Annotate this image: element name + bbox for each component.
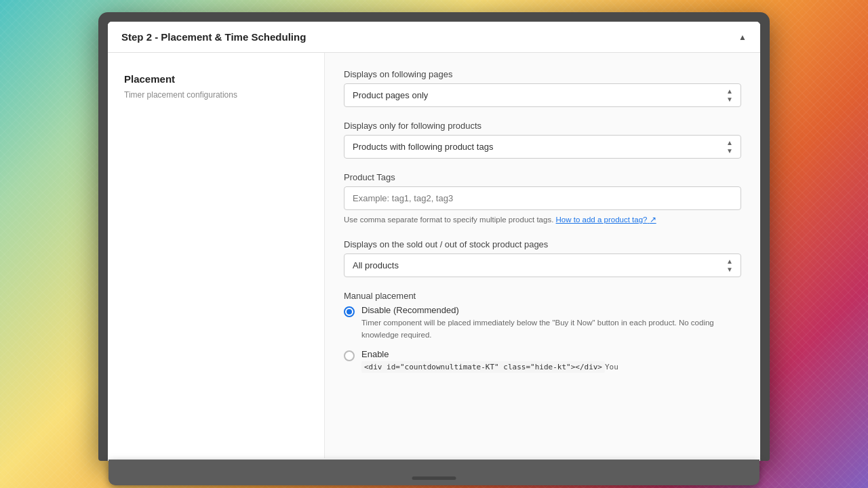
sidebar-section-desc: Timer placement configurations <box>124 90 308 100</box>
step-title: Step 2 - Placement & Time Scheduling <box>121 31 306 43</box>
radio-disable-label-group: Disable (Recommended) Timer component wi… <box>361 305 741 341</box>
sold-out-select[interactable]: All products No products Specific produc… <box>344 253 741 277</box>
code-snippet-line: <div id="countdownultimate-KT" class="hi… <box>361 361 618 373</box>
screen-content: Step 2 - Placement & Time Scheduling ▲ P… <box>108 22 760 461</box>
code-snippet-text: <div id="countdownultimate-KT" class="hi… <box>361 361 605 373</box>
laptop-screen: Step 2 - Placement & Time Scheduling ▲ P… <box>108 22 760 461</box>
form-area: Displays on following pages Product page… <box>325 53 760 458</box>
collapse-icon[interactable]: ▲ <box>738 33 747 42</box>
displays-on-select[interactable]: Product pages only All pages Home page o… <box>344 83 741 107</box>
sidebar-section-title: Placement <box>124 73 308 85</box>
manual-placement-group: Manual placement Disable (Recommended) T… <box>344 291 741 373</box>
placement-sidebar: Placement Timer placement configurations <box>108 53 325 458</box>
radio-disable-label: Disable (Recommended) <box>361 305 741 315</box>
displays-on-select-wrapper: Product pages only All pages Home page o… <box>344 83 741 107</box>
external-link-icon: ↗ <box>650 216 656 224</box>
radio-enable-item: Enable <div id="countdownultimate-KT" cl… <box>344 349 741 373</box>
radio-enable-input[interactable] <box>344 350 355 361</box>
manual-placement-label: Manual placement <box>344 291 741 301</box>
displays-on-group: Displays on following pages Product page… <box>344 69 741 107</box>
sold-out-group: Displays on the sold out / out of stock … <box>344 239 741 277</box>
displays-for-select[interactable]: Products with following product tags All… <box>344 135 741 159</box>
product-tags-help: Use comma separate format to specify mul… <box>344 214 741 226</box>
displays-for-select-wrapper: Products with following product tags All… <box>344 135 741 159</box>
code-suffix-text: You <box>605 363 618 371</box>
radio-disable-input[interactable] <box>344 306 355 317</box>
laptop-frame: Step 2 - Placement & Time Scheduling ▲ P… <box>98 12 770 461</box>
product-tags-input[interactable] <box>344 186 741 210</box>
product-tags-label: Product Tags <box>344 172 741 182</box>
displays-for-group: Displays only for following products Pro… <box>344 121 741 159</box>
sold-out-select-wrapper: All products No products Specific produc… <box>344 253 741 277</box>
main-layout: Placement Timer placement configurations… <box>108 53 760 458</box>
sold-out-label: Displays on the sold out / out of stock … <box>344 239 741 249</box>
add-product-tag-link[interactable]: How to add a product tag? ↗ <box>556 216 656 224</box>
radio-disable-item: Disable (Recommended) Timer component wi… <box>344 305 741 341</box>
product-tags-group: Product Tags Use comma separate format t… <box>344 172 741 226</box>
radio-disable-desc: Timer component will be placed immediate… <box>361 317 741 341</box>
radio-enable-label-group: Enable <div id="countdownultimate-KT" cl… <box>361 349 618 373</box>
radio-enable-label: Enable <box>361 349 618 359</box>
step-header: Step 2 - Placement & Time Scheduling ▲ <box>108 22 760 53</box>
displays-on-label: Displays on following pages <box>344 69 741 79</box>
displays-for-label: Displays only for following products <box>344 121 741 131</box>
manual-placement-radio-group: Disable (Recommended) Timer component wi… <box>344 305 741 373</box>
